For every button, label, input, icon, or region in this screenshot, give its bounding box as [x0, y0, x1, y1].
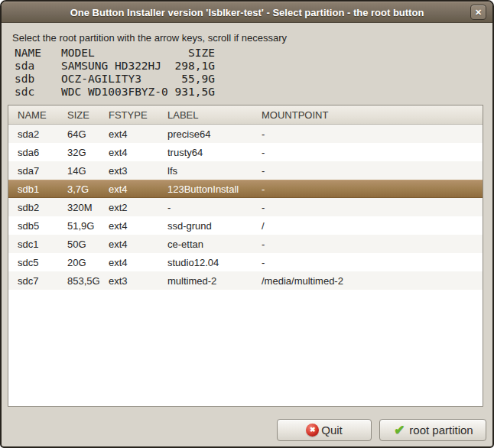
- cell-size: 64G: [67, 128, 109, 140]
- partition-table: NAME SIZE FSTYPE LABEL MOUNTPOINT sda2 6…: [8, 105, 483, 407]
- column-header-size: SIZE: [67, 109, 109, 121]
- cell-size: 853,5G: [67, 275, 109, 287]
- cell-name: sdb1: [18, 183, 67, 195]
- cell-name: sdb2: [18, 202, 67, 213]
- cell-name: sdb5: [18, 220, 67, 232]
- cell-name: sda6: [18, 147, 67, 158]
- root-partition-button[interactable]: ✔ root partition: [379, 419, 486, 441]
- cell-name: sda7: [18, 165, 67, 177]
- partition-row[interactable]: sdb1 3,7G ext4 123ButtonInstall -: [8, 180, 483, 198]
- cell-fstype: ext4: [109, 147, 167, 158]
- disk-info-block: NAME MODEL SIZE sda SAMSUNG HD322HJ 298,…: [15, 47, 486, 99]
- partition-row[interactable]: sda6 32G ext4 trusty64 -: [8, 143, 483, 161]
- cell-size: 14G: [67, 165, 109, 177]
- column-header-name: NAME: [18, 109, 67, 121]
- partition-row[interactable]: sda2 64G ext4 precise64 -: [8, 125, 483, 143]
- cell-mountpoint: -: [262, 257, 483, 268]
- column-header-fstype: FSTYPE: [109, 109, 167, 121]
- action-button-bar: ✖ Quit ✔ root partition: [8, 419, 486, 441]
- cell-label: 123ButtonInstall: [167, 183, 262, 195]
- cell-label: studio12.04: [167, 257, 262, 268]
- cell-mountpoint: /: [262, 220, 483, 232]
- column-header-label: LABEL: [167, 109, 262, 121]
- cell-label: trusty64: [167, 147, 262, 158]
- cell-label: precise64: [167, 128, 262, 140]
- cell-mountpoint: -: [262, 239, 483, 250]
- cell-name: sdc5: [18, 257, 67, 268]
- cell-mountpoint: -: [262, 165, 483, 177]
- cell-size: 20G: [67, 257, 109, 268]
- cell-fstype: ext3: [109, 275, 167, 287]
- cell-fstype: ext4: [109, 220, 167, 232]
- cell-label: -: [167, 202, 262, 213]
- quit-button-label: Quit: [321, 424, 343, 437]
- root-partition-button-label: root partition: [409, 424, 473, 437]
- quit-button[interactable]: ✖ Quit: [277, 419, 372, 441]
- column-header-mountpoint: MOUNTPOINT: [262, 109, 483, 121]
- window-title: One Button Installer version 'lsblker-te…: [70, 7, 424, 18]
- cell-label: lfs: [167, 165, 262, 177]
- dialog-content: Select the root partition with the arrow…: [2, 23, 492, 441]
- cell-fstype: ext4: [109, 128, 167, 140]
- cell-fstype: ext4: [109, 239, 167, 250]
- cell-mountpoint: -: [262, 202, 483, 213]
- partition-row[interactable]: sdc5 20G ext4 studio12.04 -: [8, 253, 483, 271]
- cell-size: 32G: [67, 147, 109, 158]
- cell-name: sdc7: [18, 275, 67, 287]
- checkmark-icon: ✔: [392, 424, 406, 437]
- cell-fstype: ext2: [109, 202, 167, 213]
- cell-fstype: ext4: [109, 257, 167, 268]
- close-icon: ✕: [475, 8, 482, 17]
- instruction-label: Select the root partition with the arrow…: [12, 32, 486, 44]
- cell-mountpoint: -: [262, 183, 483, 195]
- cell-name: sdc1: [18, 239, 67, 250]
- cell-fstype: ext3: [109, 165, 167, 177]
- cell-size: 51,9G: [67, 220, 109, 232]
- cell-fstype: ext4: [109, 183, 167, 195]
- cell-label: ssd-grund: [167, 220, 262, 232]
- cell-name: sda2: [18, 128, 67, 140]
- quit-icon: ✖: [306, 424, 319, 437]
- cell-size: 50G: [67, 239, 109, 250]
- partition-row[interactable]: sdc7 853,5G ext3 multimed-2 /media/multi…: [8, 271, 483, 290]
- cell-size: 3,7G: [67, 183, 109, 195]
- cell-mountpoint: -: [262, 128, 483, 140]
- cell-size: 320M: [67, 202, 109, 213]
- dialog-window: One Button Installer version 'lsblker-te…: [0, 0, 494, 448]
- partition-row[interactable]: sdb2 320M ext2 - -: [8, 198, 483, 216]
- partition-row[interactable]: sda7 14G ext3 lfs -: [8, 161, 483, 180]
- cell-label: multimed-2: [167, 275, 262, 287]
- titlebar: One Button Installer version 'lsblker-te…: [2, 2, 492, 23]
- cell-label: ce-ettan: [167, 239, 262, 250]
- partition-row[interactable]: sdc1 50G ext4 ce-ettan -: [8, 235, 483, 253]
- partition-table-body: sda2 64G ext4 precise64 - sda6 32G ext4 …: [8, 125, 483, 290]
- cell-mountpoint: /media/multimed-2: [262, 275, 483, 287]
- partition-row[interactable]: sdb5 51,9G ext4 ssd-grund /: [8, 216, 483, 235]
- cell-mountpoint: -: [262, 147, 483, 158]
- close-button[interactable]: ✕: [470, 5, 486, 20]
- partition-table-header: NAME SIZE FSTYPE LABEL MOUNTPOINT: [8, 106, 483, 125]
